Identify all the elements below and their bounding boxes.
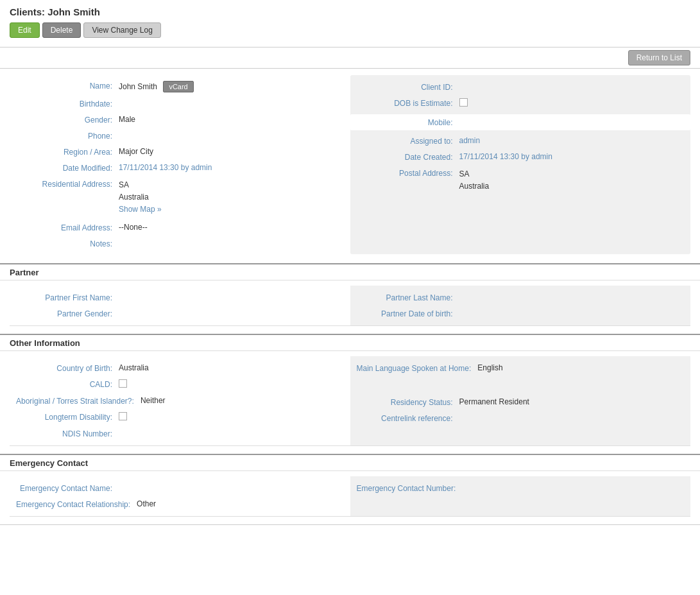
emergency-form: Emergency Contact Name: Emergency Contac…	[0, 470, 700, 522]
partner-section: Partner Partner First Name: Partner Gend…	[0, 263, 700, 331]
assigned-to-row: Assigned to: admin	[350, 133, 691, 149]
main-language-row: Main Language Spoken at Home: English	[350, 360, 691, 376]
notes-label: Notes:	[16, 239, 119, 248]
residency-status-value: Permanent Resident	[459, 397, 685, 406]
return-to-list-button[interactable]: Return to List	[628, 50, 690, 65]
date-modified-label: Date Modified:	[16, 163, 119, 173]
name-value: John Smith vCard	[119, 81, 344, 92]
aboriginal-row: Aboriginal / Torres Strait Islander?: Ne…	[10, 393, 350, 409]
dob-estimate-value	[459, 98, 685, 108]
postal-address-value: SA Australia	[459, 168, 685, 193]
centrelink-label: Centrelink reference:	[357, 413, 459, 423]
other-info-form: Country of Birth: Australia CALD: Aborig…	[0, 350, 700, 451]
main-language-label: Main Language Spoken at Home:	[357, 363, 478, 373]
partner-last-name-label: Partner Last Name:	[357, 293, 459, 302]
aboriginal-value: Neither	[141, 396, 344, 405]
date-created-link[interactable]: 17/11/2014 13:30 by admin	[459, 152, 552, 161]
partner-gender-row: Partner Gender:	[10, 306, 350, 322]
partner-left-col: Partner First Name: Partner Gender:	[10, 286, 350, 325]
dob-estimate-row: DOB is Estimate:	[350, 95, 691, 112]
ndis-label: NDIS Number:	[16, 429, 119, 438]
other-info-right-col: Main Language Spoken at Home: English Re…	[350, 356, 691, 445]
date-created-value: 17/11/2014 13:30 by admin	[459, 152, 685, 161]
partner-form: Partner First Name: Partner Gender: Part…	[0, 280, 700, 331]
region-value: Major City	[119, 147, 344, 156]
residential-address-label: Residential Address:	[16, 179, 119, 189]
birthdate-label: Birthdate:	[16, 99, 119, 108]
page-footer	[0, 524, 700, 531]
view-change-log-button[interactable]: View Change Log	[83, 22, 161, 38]
toolbar: Edit Delete View Change Log	[10, 22, 690, 38]
notes-row: Notes:	[10, 236, 350, 252]
cald-label: CALD:	[16, 379, 119, 389]
date-created-row: Date Created: 17/11/2014 13:30 by admin	[350, 149, 691, 165]
longterm-disability-row: Longterm Disability:	[10, 409, 350, 426]
show-map-link[interactable]: Show Map »	[119, 205, 162, 214]
centrelink-row: Centrelink reference:	[350, 410, 691, 426]
country-birth-label: Country of Birth:	[16, 363, 119, 373]
name-label: Name:	[16, 81, 119, 91]
date-created-label: Date Created:	[357, 152, 459, 162]
edit-button[interactable]: Edit	[10, 22, 40, 38]
client-right-col: Client ID: DOB is Estimate: Mobile:	[350, 75, 691, 254]
other-info-section-title: Other Information	[0, 335, 700, 350]
assigned-to-link[interactable]: admin	[459, 136, 481, 145]
cald-value	[119, 379, 344, 390]
partner-right-col: Partner Last Name: Partner Date of birth…	[350, 286, 691, 325]
date-modified-link[interactable]: 17/11/2014 13:30 by admin	[119, 163, 212, 172]
emergency-right-col: Emergency Contact Number:	[350, 476, 691, 516]
email-label: Email Address:	[16, 223, 119, 232]
phone-label: Phone:	[16, 131, 119, 141]
partner-last-name-row: Partner Last Name:	[350, 289, 691, 306]
top-bar: Return to List	[0, 47, 700, 69]
emergency-left-col: Emergency Contact Name: Emergency Contac…	[10, 476, 350, 516]
delete-button[interactable]: Delete	[42, 22, 81, 38]
client-left-col: Name: John Smith vCard Birthdate: Gender…	[10, 74, 350, 255]
page-wrapper: Clients: John Smith Edit Delete View Cha…	[0, 0, 700, 531]
emergency-grid: Emergency Contact Name: Emergency Contac…	[10, 476, 690, 517]
emergency-relationship-value: Other	[137, 499, 343, 508]
client-section: Name: John Smith vCard Birthdate: Gender…	[0, 69, 700, 261]
date-modified-row: Date Modified: 17/11/2014 13:30 by admin	[10, 160, 350, 176]
partner-dob-label: Partner Date of birth:	[357, 309, 459, 318]
dob-estimate-checkbox	[459, 98, 468, 107]
cald-checkbox	[119, 379, 127, 388]
emergency-relationship-label: Emergency Contact Relationship:	[16, 499, 137, 509]
partner-section-title: Partner	[0, 264, 700, 280]
residential-address-value: SA Australia Show Map »	[119, 179, 344, 216]
partner-gender-label: Partner Gender:	[16, 309, 119, 318]
cald-row: CALD:	[10, 376, 350, 393]
gender-value: Male	[119, 115, 344, 124]
longterm-disability-label: Longterm Disability:	[16, 412, 119, 422]
date-modified-value: 17/11/2014 13:30 by admin	[119, 163, 344, 172]
longterm-disability-checkbox	[119, 412, 127, 420]
gender-row: Gender: Male	[10, 112, 350, 128]
partner-grid: Partner First Name: Partner Gender: Part…	[10, 286, 690, 326]
longterm-disability-value	[119, 412, 344, 422]
mobile-label: Mobile:	[357, 117, 459, 127]
email-row: Email Address: --None--	[10, 220, 350, 236]
emergency-contact-number-label: Emergency Contact Number:	[357, 483, 463, 493]
other-info-section: Other Information Country of Birth: Aust…	[0, 334, 700, 451]
page-title: Clients: John Smith	[10, 6, 690, 17]
client-id-label: Client ID:	[357, 82, 459, 92]
emergency-contact-name-label: Emergency Contact Name:	[16, 483, 119, 493]
country-birth-row: Country of Birth: Australia	[10, 360, 350, 376]
page-header: Clients: John Smith Edit Delete View Cha…	[0, 0, 700, 47]
aboriginal-label: Aboriginal / Torres Strait Islander?:	[16, 396, 141, 406]
postal-address-row: Postal Address: SA Australia	[350, 165, 691, 196]
region-row: Region / Area: Major City	[10, 144, 350, 160]
main-language-value: English	[477, 363, 684, 372]
partner-first-name-row: Partner First Name:	[10, 289, 350, 306]
ndis-row: NDIS Number:	[10, 426, 350, 442]
name-row: Name: John Smith vCard	[10, 78, 350, 96]
vcard-button[interactable]: vCard	[163, 81, 193, 92]
emergency-contact-number-row: Emergency Contact Number:	[350, 480, 691, 496]
emergency-section: Emergency Contact Emergency Contact Name…	[0, 454, 700, 522]
other-info-grid: Country of Birth: Australia CALD: Aborig…	[10, 356, 690, 446]
assigned-to-label: Assigned to:	[357, 136, 459, 146]
partner-first-name-label: Partner First Name:	[16, 293, 119, 302]
emergency-section-title: Emergency Contact	[0, 455, 700, 470]
country-birth-value: Australia	[119, 363, 344, 372]
residential-address-row: Residential Address: SA Australia Show M…	[10, 176, 350, 220]
